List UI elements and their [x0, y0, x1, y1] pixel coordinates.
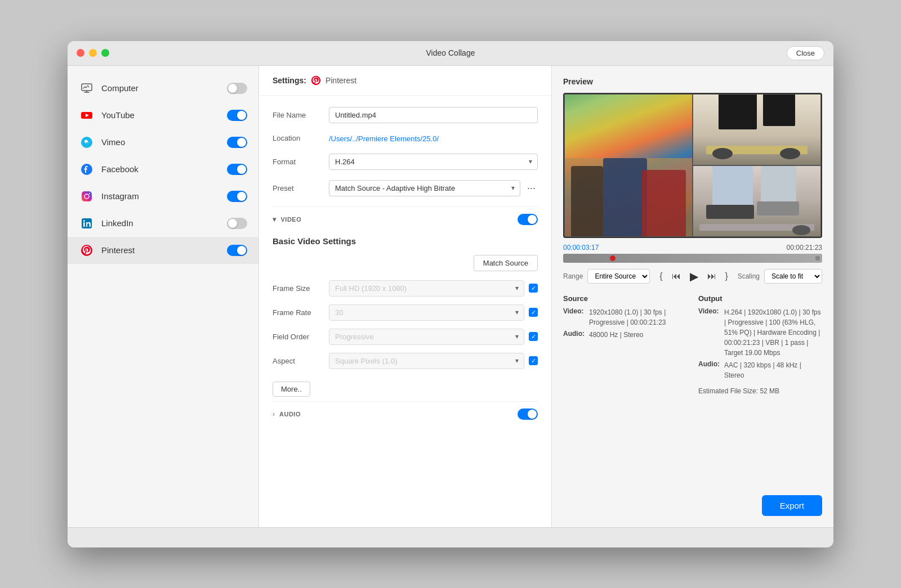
aspect-select-wrapper: Square Pixels (1.0) ▾ [329, 353, 524, 369]
svg-point-7 [89, 193, 90, 194]
video-chevron-icon[interactable]: ▾ [273, 216, 276, 223]
settings-panel: Settings: Pinterest File Name [259, 66, 552, 527]
youtube-icon [79, 107, 95, 123]
source-column: Source Video: 1920x1080 (1.0) | 30 fps |… [563, 294, 687, 486]
output-video-value: H.264 | 1920x1080 (1.0) | 30 fps | Progr… [724, 307, 822, 358]
aspect-control: Square Pixels (1.0) ▾ [329, 353, 538, 369]
settings-platform-icon [311, 75, 322, 86]
range-select-wrapper: Entire Source Work Area [587, 269, 650, 284]
preset-select[interactable]: Match Source - Adaptive High Bitrate Mat… [329, 180, 520, 196]
output-column: Output Video: H.264 | 1920x1080 (1.0) | … [698, 294, 822, 486]
format-select[interactable]: H.264 H.265 MPEG-4 QuickTime [329, 154, 538, 170]
frame-rate-label: Frame Rate [273, 308, 329, 317]
sidebar-item-linkedin[interactable]: LinkedIn [68, 210, 258, 237]
range-scaling-row: Range Entire Source Work Area { ⏮ ▶ ⏭ [563, 267, 822, 285]
field-order-row: Field Order Progressive ▾ [273, 329, 538, 345]
export-row: Export [563, 495, 822, 516]
sidebar-item-facebook[interactable]: Facebook [68, 156, 258, 183]
frame-size-label: Frame Size [273, 284, 329, 293]
aspect-row: Aspect Square Pixels (1.0) ▾ [273, 353, 538, 369]
source-output-area: Source Video: 1920x1080 (1.0) | 30 fps |… [563, 294, 822, 486]
minimize-traffic-light[interactable] [89, 49, 97, 57]
format-select-wrapper: H.264 H.265 MPEG-4 QuickTime ▾ [329, 154, 538, 170]
preview-title: Preview [563, 77, 822, 86]
aspect-select[interactable]: Square Pixels (1.0) [329, 353, 524, 369]
field-order-checkbox[interactable] [529, 332, 538, 341]
field-order-select[interactable]: Progressive [329, 329, 524, 345]
output-audio-row: Audio: AAC | 320 kbps | 48 kHz | Stereo [698, 360, 822, 380]
file-name-input[interactable] [329, 107, 538, 123]
file-name-row: File Name [273, 107, 538, 123]
scaling-select[interactable]: Scale to fit Scale to fill Stretch to fi… [764, 269, 822, 284]
toggle-linkedin[interactable] [227, 218, 247, 229]
source-video-row: Video: 1920x1080 (1.0) | 30 fps | Progre… [563, 307, 687, 327]
app-window: Video Collage Close Computer [68, 41, 833, 547]
sidebar-item-youtube[interactable]: YouTube [68, 102, 258, 129]
basic-video-title: Basic Video Settings [273, 236, 538, 246]
video-section-title: ▾ VIDEO [273, 216, 301, 223]
toggle-youtube[interactable] [227, 110, 247, 121]
frame-size-select[interactable]: Full HD (1920 x 1080) [329, 280, 524, 297]
output-audio-value: AAC | 320 kbps | 48 kHz | Stereo [724, 360, 822, 380]
file-name-label: File Name [273, 111, 329, 119]
match-source-button[interactable]: Match Source [474, 255, 538, 271]
toggle-audio[interactable] [518, 409, 538, 420]
scaling-select-wrapper: Scale to fit Scale to fill Stretch to fi… [764, 269, 822, 284]
location-link[interactable]: /Users/../Premiere Elements/25.0/ [329, 134, 439, 143]
range-in-button[interactable]: { [657, 269, 664, 284]
range-select[interactable]: Entire Source Work Area [587, 269, 650, 284]
vimeo-icon [79, 134, 95, 150]
close-traffic-light[interactable] [77, 49, 84, 57]
audio-chevron-icon[interactable]: › [273, 410, 275, 418]
field-order-select-wrapper: Progressive ▾ [329, 329, 524, 345]
estimated-size-row: Estimated File Size: 52 MB [698, 387, 822, 395]
export-button[interactable]: Export [762, 495, 822, 516]
range-out-button[interactable]: } [723, 269, 730, 284]
estimated-size-value: 52 MB [760, 387, 779, 395]
toggle-video[interactable] [518, 214, 538, 225]
frame-size-checkbox[interactable] [529, 284, 538, 293]
step-back-button[interactable]: ⏮ [670, 269, 683, 284]
sidebar-item-vimeo[interactable]: Vimeo [68, 129, 258, 156]
timeline-area: 00:00:03:17 00:00:21:23 Range Entire Sou… [563, 244, 822, 285]
maximize-traffic-light[interactable] [101, 49, 109, 57]
preset-row: Preset Match Source - Adaptive High Bitr… [273, 180, 538, 196]
sidebar-item-instagram[interactable]: Instagram [68, 183, 258, 210]
toggle-facebook[interactable] [227, 164, 247, 175]
more-button[interactable]: More.. [273, 381, 310, 397]
frame-rate-checkbox[interactable] [529, 308, 538, 317]
format-control: H.264 H.265 MPEG-4 QuickTime ▾ [329, 154, 538, 170]
timeline-bar[interactable] [563, 254, 822, 263]
settings-platform-name: Pinterest [325, 76, 356, 85]
settings-form: File Name Location /Users/../Premiere El… [259, 96, 551, 527]
preview-cell-top-right [693, 94, 821, 165]
sidebar-item-computer[interactable]: Computer [68, 75, 258, 102]
bottom-bar [68, 527, 833, 547]
toggle-vimeo[interactable] [227, 137, 247, 148]
sidebar-item-label-vimeo: Vimeo [101, 137, 227, 147]
format-row: Format H.264 H.265 MPEG-4 QuickTime ▾ [273, 154, 538, 170]
frame-size-control: Full HD (1920 x 1080) ▾ [329, 280, 538, 297]
frame-rate-select[interactable]: 30 [329, 304, 524, 321]
sidebar-item-pinterest[interactable]: Pinterest [68, 237, 258, 264]
preset-options-button[interactable]: ··· [525, 182, 538, 194]
playback-controls: { ⏮ ▶ ⏭ } [657, 267, 730, 285]
preview-cell-left [564, 94, 693, 237]
source-video-label: Video: [563, 307, 586, 327]
close-button[interactable]: Close [787, 46, 824, 60]
location-label: Location [273, 134, 329, 142]
facebook-icon [79, 161, 95, 177]
estimated-size-label: Estimated File Size: [698, 387, 758, 395]
pinterest-icon [79, 243, 95, 258]
preset-label: Preset [273, 184, 329, 192]
toggle-instagram[interactable] [227, 191, 247, 202]
play-button[interactable]: ▶ [688, 267, 701, 285]
toggle-pinterest[interactable] [227, 245, 247, 256]
aspect-checkbox[interactable] [529, 356, 538, 365]
toggle-computer[interactable] [227, 83, 247, 94]
sidebar-item-label-linkedin: LinkedIn [101, 218, 227, 228]
step-forward-button[interactable]: ⏭ [705, 269, 719, 284]
video-settings-area: Basic Video Settings Match Source Frame … [273, 236, 538, 397]
computer-icon [79, 80, 95, 96]
titlebar: Video Collage Close [68, 41, 833, 66]
